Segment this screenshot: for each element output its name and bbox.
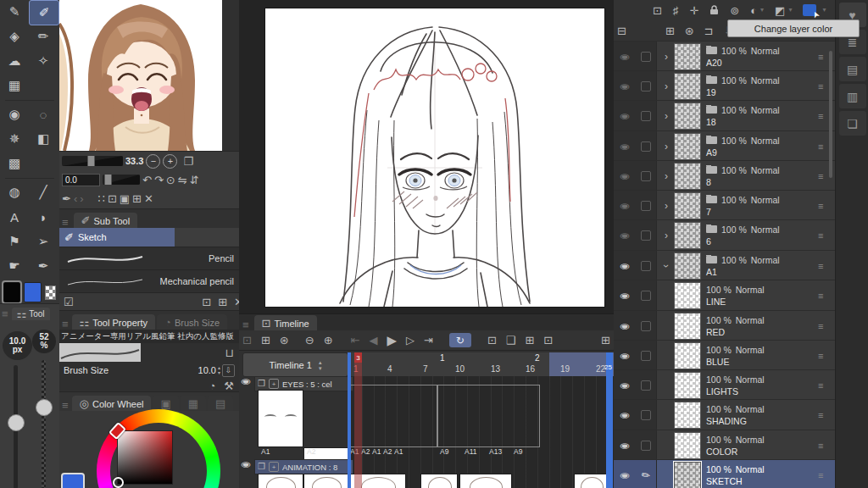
layer-checkbox[interactable]: [641, 321, 651, 331]
brush-size-bubble[interactable]: 10.0 px: [3, 331, 32, 360]
new-folder-icon[interactable]: ⊐: [704, 25, 714, 36]
layer-thumbnail[interactable]: [674, 462, 701, 488]
operation-tool[interactable]: ➢: [29, 230, 58, 253]
layer-checkbox[interactable]: [641, 230, 651, 241]
subtool-group-selected[interactable]: ✐ Sketch: [59, 228, 175, 247]
animation-cel[interactable]: [459, 474, 512, 488]
panel-menu-icon[interactable]: ≡: [62, 217, 69, 228]
flip-vertical-button[interactable]: ⇵: [190, 175, 199, 186]
layer-checkbox[interactable]: [641, 52, 651, 62]
layer-checkbox[interactable]: [641, 261, 651, 271]
lock-transparency-icon[interactable]: ⊚: [730, 5, 739, 16]
layer-checkbox[interactable]: [641, 291, 651, 301]
layer-checkbox[interactable]: [641, 111, 651, 121]
new-layer-settings-icon[interactable]: ⊛: [685, 25, 694, 36]
layer-menu-icon[interactable]: ≡: [818, 141, 835, 152]
line-tool[interactable]: ╱: [29, 180, 58, 204]
timeline-ruler[interactable]: 1 2 1 4 7 10 13 16 19 22: [350, 352, 614, 377]
zoom-out-timeline-icon[interactable]: ⊖: [305, 335, 314, 346]
sub-color-swatch[interactable]: [24, 282, 41, 302]
pin-layer-icon[interactable]: ✛: [689, 5, 698, 16]
timeline-up-icon[interactable]: ▴: [319, 359, 322, 365]
visibility-eye-icon[interactable]: ◉: [620, 471, 630, 480]
layer-row-19[interactable]: ◉ › 100 %Normal19 ≡: [614, 70, 835, 101]
liquify-tool[interactable]: ◌: [29, 103, 58, 126]
stepper-down-icon[interactable]: ▾: [218, 370, 220, 375]
rotation-slider[interactable]: [103, 175, 140, 185]
layer-row-line[interactable]: ◉ 100 %NormalLINE ≡: [614, 280, 835, 310]
timeline-down-icon[interactable]: ▾: [319, 365, 322, 371]
fill-tool[interactable]: ◧: [29, 127, 58, 151]
transparent-color-swatch[interactable]: [45, 286, 56, 300]
visibility-eye-icon[interactable]: ◉: [620, 352, 630, 360]
visibility-eye-icon[interactable]: ◉: [620, 142, 630, 151]
layer-panel-menu-icon[interactable]: ⊟: [617, 25, 626, 36]
animation-cels-tab[interactable]: ▤: [839, 57, 866, 81]
edit-button[interactable]: ⊞: [132, 193, 142, 204]
all-sides-view-tab[interactable]: ▥: [839, 84, 866, 108]
eyedropper-tool[interactable]: ✒: [29, 254, 58, 278]
track-expand-button[interactable]: +: [269, 462, 279, 472]
sv-selector[interactable]: [113, 477, 124, 488]
layer-row-red[interactable]: ◉ 100 %NormalRED ≡: [614, 310, 835, 341]
layer-menu-icon[interactable]: ≡: [818, 291, 835, 301]
playback-start-marker[interactable]: [348, 352, 351, 488]
layer-thumbnail[interactable]: [674, 342, 701, 369]
layer-menu-icon[interactable]: ≡: [818, 470, 835, 480]
visibility-eye-icon[interactable]: ◉: [620, 411, 630, 419]
visibility-eye-icon[interactable]: ◉: [620, 291, 630, 300]
visibility-eye-icon[interactable]: ◉: [620, 381, 630, 390]
saturation-value-square[interactable]: [117, 430, 173, 485]
lock-layer-icon[interactable]: [709, 5, 719, 15]
opacity-slider[interactable]: [42, 360, 46, 488]
select-source-icon[interactable]: ◐: [750, 5, 757, 16]
layer-thumbnail[interactable]: [674, 103, 701, 130]
opacity-bubble[interactable]: 52 %: [32, 330, 56, 353]
next-frame-icon[interactable]: ▷: [406, 335, 415, 346]
change-layer-color-button[interactable]: ➤: [803, 4, 816, 16]
current-color-swatch[interactable]: [61, 473, 85, 488]
expand-chevron-icon[interactable]: ›: [660, 51, 672, 63]
import-subtool-icon[interactable]: ⊡: [202, 297, 211, 308]
color-mixing-tab[interactable]: ▤: [208, 396, 233, 411]
brush-size-tab[interactable]: ◔Brush Size: [157, 314, 227, 330]
layer-menu-icon[interactable]: ≡: [818, 261, 835, 271]
timeline-tab[interactable]: ⊡Timeline: [254, 315, 317, 330]
expand-chevron-icon[interactable]: ›: [660, 170, 672, 182]
subtool-group-row[interactable]: ✐ Sketch: [59, 228, 239, 247]
layer-thumbnail[interactable]: [674, 282, 701, 309]
visibility-eye-icon[interactable]: ◉: [620, 441, 630, 450]
layer-checkbox[interactable]: [641, 201, 651, 211]
layer-menu-icon[interactable]: ≡: [818, 380, 835, 391]
flip-horizontal-button[interactable]: ⇋: [178, 175, 187, 186]
capture-button[interactable]: ⊡: [108, 193, 117, 204]
layer-thumbnail[interactable]: [674, 402, 701, 429]
eraser-tool[interactable]: ◈: [0, 25, 29, 48]
fit-to-screen-button[interactable]: ❐: [183, 156, 193, 167]
layer-row-8[interactable]: ◉ › 100 %Normal8 ≡: [614, 160, 835, 191]
figure-tool[interactable]: ⚑: [0, 230, 29, 253]
timeline-menu-icon[interactable]: ⊞: [601, 335, 610, 346]
layer-thumbnail[interactable]: [674, 372, 701, 399]
visibility-eye-icon[interactable]: ◉: [620, 202, 630, 210]
airbrush-tool[interactable]: ☁: [0, 49, 29, 73]
play-icon[interactable]: ▶: [387, 334, 397, 347]
layer-row-18[interactable]: ◉ › 100 %Normal18 ≡: [614, 100, 835, 130]
animation-thumbnail[interactable]: [303, 474, 349, 488]
chevron-down-icon[interactable]: ▾: [822, 7, 826, 14]
reset-rotation-button[interactable]: ⊙: [166, 175, 175, 186]
playback-end-marker[interactable]: 25: [606, 352, 613, 488]
prev-page-button[interactable]: ‹: [74, 193, 77, 204]
layer-menu-icon[interactable]: ≡: [818, 441, 835, 451]
clip-to-layer-icon[interactable]: ⊡: [653, 5, 662, 16]
layer-menu-icon[interactable]: ≡: [818, 351, 835, 361]
layer-thumbnail[interactable]: [674, 222, 701, 249]
rotate-right-button[interactable]: ↷: [154, 175, 164, 186]
zoom-out-button[interactable]: −: [146, 154, 160, 169]
decoration-tool[interactable]: ✧: [29, 49, 58, 73]
layer-checkbox[interactable]: [641, 441, 651, 451]
layer-menu-icon[interactable]: ≡: [818, 81, 835, 92]
visibility-eye-icon[interactable]: ◉: [620, 112, 630, 120]
layer-thumbnail[interactable]: [674, 163, 701, 190]
visibility-eye-icon[interactable]: ◉: [620, 82, 630, 91]
